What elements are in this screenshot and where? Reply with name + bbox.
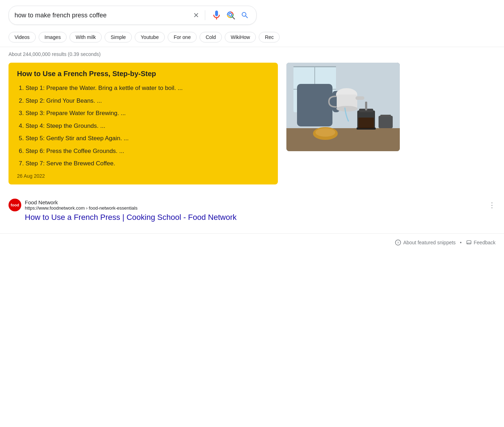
- chip-simple[interactable]: Simple: [105, 32, 132, 42]
- featured-snippet: How to Use a French Press, Step-by-Step …: [9, 63, 278, 184]
- source-url: https://www.foodnetwork.com › food-netwo…: [25, 205, 138, 211]
- source-name: Food Network: [25, 199, 138, 205]
- svg-point-23: [315, 128, 335, 137]
- feedback-icon: [466, 240, 472, 245]
- chip-youtube[interactable]: Youtube: [135, 32, 165, 42]
- food-network-result: food Food Network https://www.foodnetwor…: [0, 193, 504, 222]
- svg-rect-12: [355, 96, 364, 100]
- bottom-bar: ? About featured snippets • Feedback: [0, 233, 504, 251]
- snippet-steps-list: Step 1: Prepare the Water. Bring a kettl…: [17, 84, 269, 168]
- main-content: How to Use a French Press, Step-by-Step …: [0, 60, 504, 193]
- chip-for-one[interactable]: For one: [168, 32, 197, 42]
- question-icon: ?: [395, 239, 401, 246]
- lens-svg: [225, 10, 236, 21]
- food-network-favicon: food: [9, 199, 21, 211]
- mic-svg: [211, 10, 222, 21]
- snippet-step-7: Step 7: Serve the Brewed Coffee.: [26, 159, 269, 168]
- bottom-separator: •: [460, 240, 462, 245]
- snippet-date: 26 Aug 2022: [17, 173, 269, 179]
- chip-with-milk[interactable]: With milk: [69, 32, 102, 42]
- french-press-illustration: [286, 63, 400, 151]
- result-menu-icon[interactable]: ⋮: [488, 201, 495, 209]
- snippet-image-placeholder: [286, 63, 400, 151]
- search-input[interactable]: [15, 12, 190, 19]
- snippet-step-2: Step 2: Grind Your Beans. ...: [26, 96, 269, 106]
- snippet-step-1: Step 1: Prepare the Water. Bring a kettl…: [26, 84, 269, 93]
- chip-cold[interactable]: Cold: [200, 32, 222, 42]
- svg-point-13: [336, 106, 358, 112]
- search-bar: ✕: [0, 0, 504, 29]
- result-source-row: food Food Network https://www.foodnetwor…: [9, 199, 495, 211]
- svg-rect-17: [365, 102, 367, 110]
- mic-icon[interactable]: [211, 10, 222, 21]
- feedback-button[interactable]: Feedback: [466, 240, 495, 245]
- svg-text:?: ?: [397, 240, 399, 244]
- chip-videos[interactable]: Videos: [9, 32, 36, 42]
- about-snippets-label: About featured snippets: [403, 240, 456, 245]
- search-box: ✕: [9, 6, 257, 25]
- lens-icon[interactable]: [225, 10, 236, 21]
- search-divider: [205, 10, 205, 20]
- search-submit-button[interactable]: [239, 10, 251, 21]
- svg-rect-20: [380, 115, 391, 117]
- chips-bar: Videos Images With milk Simple Youtube F…: [0, 29, 504, 47]
- snippet-step-6: Step 6: Press the Coffee Grounds. ...: [26, 147, 269, 156]
- snippet-step-5: Step 5: Gently Stir and Steep Again. ...: [26, 134, 269, 143]
- snippet-image: [286, 63, 400, 151]
- snippet-title: How to Use a French Press, Step-by-Step: [17, 70, 269, 78]
- svg-rect-21: [358, 118, 374, 128]
- source-info: Food Network https://www.foodnetwork.com…: [25, 199, 138, 211]
- favicon-text: food: [11, 203, 19, 207]
- feedback-label: Feedback: [474, 240, 495, 245]
- snippet-step-3: Step 3: Prepare Water for Brewing. ...: [26, 109, 269, 118]
- about-snippets[interactable]: ? About featured snippets: [395, 239, 456, 246]
- results-info: About 244,000,000 results (0.39 seconds): [0, 47, 504, 60]
- svg-rect-14: [286, 128, 400, 151]
- snippet-step-4: Step 4: Steep the Grounds. ...: [26, 121, 269, 131]
- svg-line-1: [233, 17, 235, 19]
- chip-images[interactable]: Images: [39, 32, 67, 42]
- svg-point-0: [229, 13, 232, 16]
- result-title-link[interactable]: How to Use a French Press | Cooking Scho…: [9, 213, 495, 222]
- search-icon: [241, 11, 249, 19]
- chip-rec[interactable]: Rec: [259, 32, 280, 42]
- svg-rect-19: [379, 116, 393, 128]
- clear-icon[interactable]: ✕: [193, 11, 199, 19]
- chip-wikihow[interactable]: WikiHow: [225, 32, 256, 42]
